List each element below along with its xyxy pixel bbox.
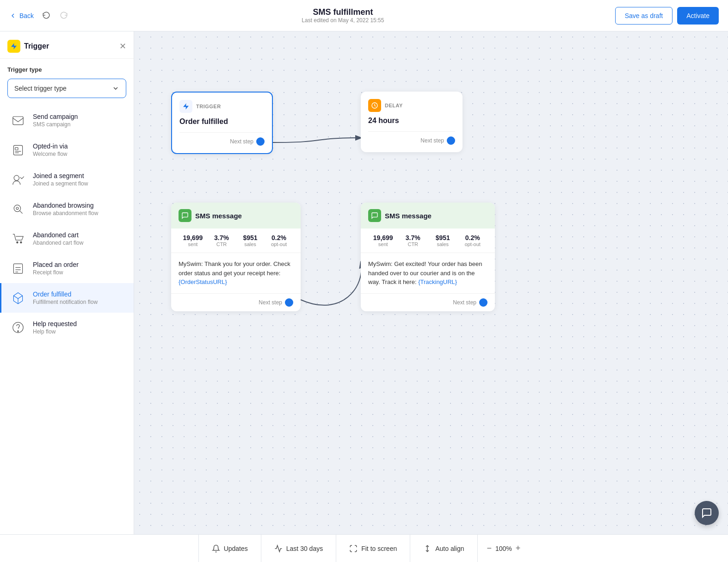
placed-order-text: Placed an order Receipt flow [33,261,79,276]
zoom-out-button[interactable]: − [487,543,492,553]
sms1-node[interactable]: SMS message 19,699 sent 3.7% CTR $951 sa… [171,203,301,311]
header-left: Back [9,8,71,23]
sidebar-item-send-campaign[interactable]: Send campaign SMS campaign [0,105,134,135]
delay-next-dot[interactable] [447,136,455,145]
sidebar-title-text: Trigger [24,42,49,50]
auto-align-label: Auto align [435,545,464,552]
sidebar: Trigger ✕ Trigger type Select trigger ty… [0,31,134,534]
sms1-title: SMS message [195,212,242,220]
last30-label: Last 30 days [286,545,323,552]
chevron-down-icon [112,85,119,92]
sms1-stat-sales: $951 sales [236,234,265,247]
sidebar-item-help-requested[interactable]: Help requested Help flow [0,313,134,342]
bell-icon [212,544,220,553]
sidebar-section: Trigger type Select trigger type [0,59,134,102]
activate-button[interactable]: Activate [677,7,719,25]
select-placeholder: Select trigger type [14,85,67,92]
auto-align-button[interactable]: Auto align [410,535,477,562]
order-fulfilled-text: Order fulfilled Fulfillment notification… [33,290,98,305]
auto-align-icon [423,544,432,553]
close-sidebar-button[interactable]: ✕ [119,41,126,51]
joined-segment-text: Joined a segment Joined a segment flow [33,172,88,187]
chat-fab-button[interactable] [695,501,719,525]
chart-icon [274,544,283,553]
undo-redo-group [39,8,71,23]
svg-point-18 [18,331,19,332]
svg-marker-0 [11,43,17,49]
delay-node[interactable]: DELAY 24 hours Next step [361,92,463,152]
fit-screen-button[interactable]: Fit to screen [336,535,410,562]
sms1-stats: 19,699 sent 3.7% CTR $951 sales 0.2% opt… [171,229,301,253]
svg-point-9 [16,207,19,210]
header-subtitle: Last edited on May 4, 2022 15:55 [302,17,384,24]
trigger-next-label: Next step [230,138,253,145]
placed-order-icon [9,259,27,278]
zoom-in-button[interactable]: + [516,543,521,553]
trigger-badge-icon [7,40,20,53]
save-draft-button[interactable]: Save as draft [615,7,673,25]
svg-line-8 [19,210,22,213]
back-label: Back [19,12,34,19]
trigger-node[interactable]: Trigger Order fulfilled Next step [171,92,273,154]
header: Back SMS fulfillment Last edited on May … [0,0,728,31]
updates-button[interactable]: Updates [198,535,261,562]
svg-marker-19 [183,103,189,109]
sms2-node[interactable]: SMS message 19,699 sent 3.7% CTR $951 sa… [361,203,495,311]
sidebar-title: Trigger [7,40,49,53]
delay-node-title: 24 hours [368,117,455,125]
svg-point-10 [17,241,18,243]
trigger-items-list: Send campaign SMS campaign Opted-in via … [0,102,134,346]
sms2-header: SMS message [361,203,495,229]
svg-point-6 [14,175,19,180]
sms1-badge [179,209,191,222]
last30-button[interactable]: Last 30 days [261,535,336,562]
delay-node-label: DELAY [385,103,403,108]
delay-node-header: DELAY [368,99,455,112]
sms2-next-label: Next step [453,299,476,306]
sms1-link: {OrderStatusURL} [179,278,227,285]
delay-next-label: Next step [420,137,444,144]
sidebar-item-placed-order[interactable]: Placed an order Receipt flow [0,253,134,283]
flow-canvas[interactable]: Trigger Order fulfilled Next step DELAY … [134,31,728,534]
sms2-next-dot[interactable] [479,298,487,307]
svg-rect-1 [13,117,23,125]
sms1-footer: Next step [171,293,301,311]
sms1-header: SMS message [171,203,301,229]
delay-node-badge [368,99,381,112]
trigger-next-dot[interactable] [256,137,265,146]
sms1-body-text: MySwim: Thank you for your order. Check … [179,260,290,277]
sidebar-header: Trigger ✕ [0,31,134,59]
sidebar-item-abandoned-browsing[interactable]: Abandoned browsing Browse abandonment fl… [0,194,134,224]
sms1-body: MySwim: Thank you for your order. Check … [171,253,301,293]
sms2-body: MySwim: Get excited! Your order has been… [361,253,495,293]
svg-point-11 [20,241,22,243]
abandoned-browsing-text: Abandoned browsing Browse abandonment fl… [33,202,98,216]
opted-in-icon [9,141,27,159]
back-button[interactable]: Back [9,12,34,19]
updates-label: Updates [224,545,248,552]
sms2-stat-sent: 19,699 sent [368,234,398,247]
trigger-type-select[interactable]: Select trigger type [7,79,126,98]
undo-button[interactable] [39,8,53,23]
sidebar-item-opted-in[interactable]: Opted-in via Welcome flow [0,135,134,165]
trigger-node-title: Order fulfilled [179,117,265,126]
chat-fab-icon [701,507,712,519]
trigger-type-label: Trigger type [7,66,126,73]
delay-next: Next step [368,131,455,145]
sms1-next-dot[interactable] [285,298,293,307]
trigger-node-header: Trigger [179,100,265,113]
sidebar-item-joined-segment[interactable]: Joined a segment Joined a segment flow [0,165,134,194]
sidebar-item-order-fulfilled[interactable]: Order fulfilled Fulfillment notification… [0,283,134,313]
sms1-stat-ctr: 3.7% CTR [207,234,236,247]
send-campaign-icon [9,111,27,130]
sidebar-item-abandoned-cart[interactable]: Abandoned cart Abandoned cart flow [0,224,134,253]
help-requested-text: Help requested Help flow [33,320,77,335]
redo-button[interactable] [57,8,71,23]
sms2-badge [368,209,381,222]
svg-rect-3 [15,148,18,150]
sms2-stat-sales: $951 sales [428,234,458,247]
header-title: SMS fulfillment [302,7,384,17]
fit-screen-label: Fit to screen [361,545,397,552]
opted-in-text: Opted-in via Welcome flow [33,142,68,157]
bottom-bar: Updates Last 30 days Fit to screen Auto … [0,534,728,562]
